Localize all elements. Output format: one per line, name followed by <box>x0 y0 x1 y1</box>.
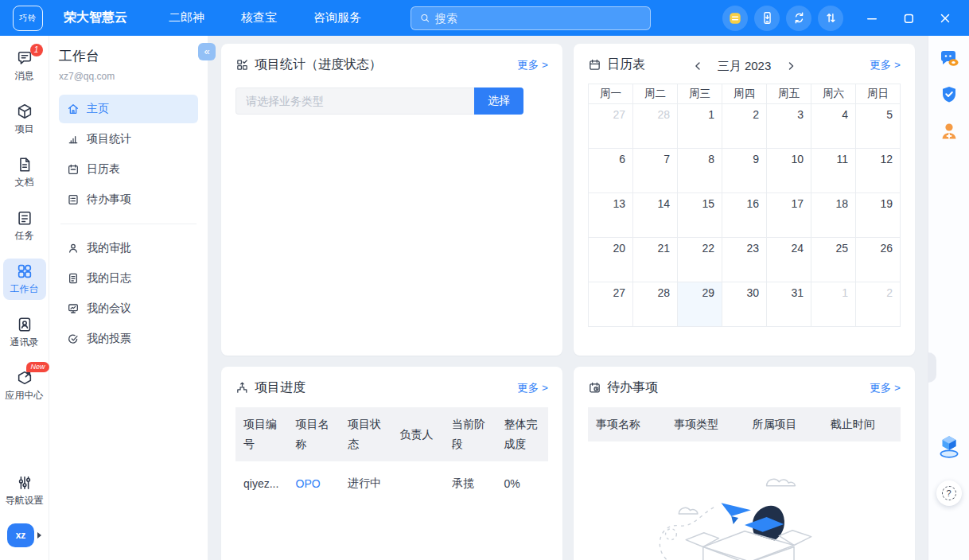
progress-body: qiyez...OPO进行中承揽0% <box>235 461 548 506</box>
column-header: 项目编号 <box>235 407 288 461</box>
close-button[interactable] <box>937 10 953 26</box>
more-link[interactable]: 更多 > <box>517 381 548 395</box>
calendar-day[interactable]: 26 <box>856 238 901 282</box>
workspace-item-my-approvals[interactable]: 我的审批 <box>59 234 198 262</box>
grid-check-icon <box>235 58 249 72</box>
calendar-day[interactable]: 5 <box>856 104 901 149</box>
workspace-item-project-stats[interactable]: 项目统计 <box>59 125 198 154</box>
minimize-button[interactable] <box>864 10 880 26</box>
calendar-day[interactable]: 17 <box>767 193 811 238</box>
prev-month-button[interactable] <box>691 59 705 73</box>
workspace-item-calendar[interactable]: 日历表 <box>59 155 198 184</box>
workbench-grid-icon <box>16 262 33 280</box>
assistant-cube-button[interactable] <box>936 433 963 460</box>
calendar-day[interactable]: 27 <box>589 104 633 149</box>
menu-item-consulting[interactable]: 咨询服务 <box>313 10 361 25</box>
avatar[interactable]: xz <box>7 523 34 547</box>
app-logo-text: 巧铃 <box>19 13 37 24</box>
calendar-day[interactable]: 11 <box>811 149 856 193</box>
sidebar-item-documents[interactable]: 文档 <box>3 152 46 193</box>
search-icon <box>419 12 430 24</box>
notes-button[interactable] <box>722 6 748 31</box>
calendar-day[interactable]: 14 <box>633 193 678 238</box>
question-mark-icon: ? <box>942 486 956 500</box>
business-type-input[interactable] <box>235 88 474 115</box>
calendar-day[interactable]: 15 <box>678 193 722 238</box>
collapse-sidebar-button[interactable]: « <box>198 43 216 60</box>
help-button[interactable]: ? <box>936 480 962 506</box>
drawer-handle[interactable] <box>928 352 936 383</box>
note-icon <box>727 10 743 26</box>
calendar-day[interactable]: 12 <box>856 149 901 193</box>
mobile-app-button[interactable] <box>754 6 780 31</box>
project-name-link[interactable]: OPO <box>288 461 341 506</box>
more-link[interactable]: 更多 > <box>517 58 548 72</box>
calendar-day[interactable]: 28 <box>633 282 678 327</box>
calendar-day[interactable]: 20 <box>589 238 633 282</box>
cube-3d-icon <box>936 433 963 460</box>
add-contact-button[interactable] <box>938 120 960 142</box>
calendar-day[interactable]: 18 <box>811 193 856 238</box>
sync-button[interactable] <box>786 6 811 31</box>
menu-item-erlangshen[interactable]: 二郎神 <box>169 10 204 25</box>
sidebar-item-contacts[interactable]: 通讯录 <box>3 312 46 353</box>
sidebar-item-messages[interactable]: 1 消息 <box>3 45 46 87</box>
calendar-day[interactable]: 2 <box>722 104 767 149</box>
workspace-item-home[interactable]: 主页 <box>59 95 198 123</box>
next-month-button[interactable] <box>784 59 798 73</box>
more-link[interactable]: 更多 > <box>870 381 901 395</box>
todo-schedule-icon <box>588 381 601 395</box>
calendar-day[interactable]: 25 <box>811 238 856 282</box>
maximize-button[interactable] <box>901 10 916 26</box>
calendar-day[interactable]: 2 <box>856 282 901 327</box>
calendar-day[interactable]: 29 <box>678 282 722 327</box>
verified-shield-button[interactable] <box>938 84 960 106</box>
menu-item-hechabao[interactable]: 核查宝 <box>241 10 277 25</box>
workspace-item-my-journal[interactable]: 我的日志 <box>59 264 198 293</box>
sidebar-item-tasks[interactable]: 任务 <box>3 205 46 247</box>
calendar-day[interactable]: 23 <box>722 238 767 282</box>
calendar-day[interactable]: 13 <box>589 193 633 238</box>
sidebar-item-app-center[interactable]: New 应用中心 <box>3 365 46 406</box>
calendar-day[interactable]: 3 <box>767 104 811 149</box>
calendar-day[interactable]: 28 <box>633 104 678 149</box>
calendar-day[interactable]: 8 <box>678 149 722 193</box>
calendar-day[interactable]: 9 <box>722 149 767 193</box>
calendar-day[interactable]: 31 <box>767 282 811 327</box>
vote-icon <box>67 332 80 345</box>
calendar-day[interactable]: 19 <box>856 193 901 238</box>
calendar-day[interactable]: 1 <box>678 104 722 149</box>
column-header: 事项名称 <box>588 407 666 441</box>
calendar-day[interactable]: 10 <box>767 149 811 193</box>
progress-podium-icon <box>235 381 249 395</box>
calendar-day[interactable]: 27 <box>589 282 633 327</box>
calendar-day[interactable]: 16 <box>722 193 767 238</box>
avatar-expand-arrow[interactable] <box>37 532 41 539</box>
sidebar-item-projects[interactable]: 项目 <box>3 99 46 140</box>
calendar-day[interactable]: 21 <box>633 238 678 282</box>
workspace-item-todo[interactable]: 待办事项 <box>59 185 198 214</box>
calendar-day[interactable]: 4 <box>811 104 856 149</box>
calendar-day[interactable]: 22 <box>678 238 722 282</box>
search-box[interactable] <box>411 6 651 30</box>
search-input[interactable] <box>435 12 642 25</box>
select-button[interactable]: 选择 <box>474 88 523 115</box>
more-link[interactable]: 更多 > <box>870 58 901 72</box>
chat-service-button[interactable] <box>938 47 960 69</box>
weekday-header: 周六 <box>811 84 856 104</box>
journal-icon <box>67 272 80 285</box>
calendar-day[interactable]: 6 <box>589 149 633 193</box>
sidebar-item-workbench[interactable]: 工作台 <box>3 259 46 300</box>
message-count-badge: 1 <box>30 44 43 56</box>
transfer-button[interactable] <box>818 6 843 31</box>
workspace-item-label: 我的日志 <box>87 271 131 286</box>
calendar-day[interactable]: 7 <box>633 149 678 193</box>
calendar-day[interactable]: 30 <box>722 282 767 327</box>
workspace-item-my-meetings[interactable]: 我的会议 <box>59 294 198 323</box>
calendar-day[interactable]: 24 <box>767 238 811 282</box>
workspace-item-my-votes[interactable]: 我的投票 <box>59 325 198 353</box>
sidebar-item-nav-settings[interactable]: 导航设置 <box>3 470 46 511</box>
main-content: 项目统计（进度状态） 更多 > 选择 日历表 <box>208 36 928 560</box>
app-logo[interactable]: 巧铃 <box>13 6 43 31</box>
calendar-day[interactable]: 1 <box>811 282 856 327</box>
